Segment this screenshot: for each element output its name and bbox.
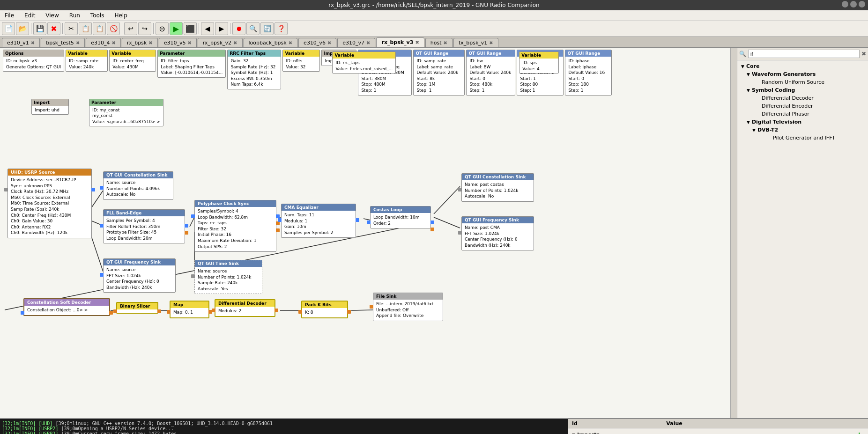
stop-button[interactable]: ⬛ (184, 22, 197, 35)
help-icon-button[interactable]: ❓ (274, 22, 288, 35)
tab-close-e310-4[interactable]: ✖ (112, 40, 116, 45)
tab-close-e310-v6[interactable]: ✖ (327, 40, 331, 45)
block-qt-freq-sink-1[interactable]: QT GUI Frequency Sink Name: source FFT S… (103, 258, 176, 293)
tree-item-diff-phasor[interactable]: Differential Phasor (750, 110, 866, 118)
tab-close-tx-bpsk-v1[interactable]: ✖ (489, 40, 493, 45)
tab-close-loopback-bpsk[interactable]: ✖ (289, 40, 292, 45)
menu-view[interactable]: View (43, 11, 61, 20)
tree-label-waveform: Waveform Generators (752, 71, 816, 77)
add-import-button[interactable]: + (854, 430, 864, 434)
tab-tx-bpsk-v1[interactable]: tx_bpsk_v1✖ (453, 38, 498, 47)
open-button[interactable]: 📂 (16, 22, 29, 35)
block-var-center-freq[interactable]: Variable ID: center_freq Value: 430M (109, 50, 156, 72)
forward-button[interactable]: ▶ (215, 22, 228, 35)
block-rrc-filter-taps[interactable]: RRC Filter Taps Gain: 32 Sample Rate (Hz… (227, 50, 281, 89)
block-constellation-decoder[interactable]: Constellation Soft Decoder Constellation… (23, 298, 110, 316)
save-button[interactable]: 💾 (33, 22, 46, 35)
tree-header-core[interactable]: ▼ Core (739, 62, 866, 70)
block-qt-freq-sink-2[interactable]: QT GUI Frequency Sink Name: post CMA FFT… (461, 216, 534, 250)
tab-close-e310-v5[interactable]: ✖ (187, 40, 191, 45)
menu-tools[interactable]: Tools (88, 11, 107, 20)
back-button[interactable]: ◀ (201, 22, 214, 35)
search-input[interactable] (748, 50, 860, 58)
record-button[interactable]: ⏺ (232, 22, 245, 35)
block-fll-band-edge[interactable]: FLL Band-Edge Samples Per Symbol: 4 Filt… (103, 209, 185, 243)
copy-button[interactable]: 📋 (79, 22, 92, 35)
tab-e310-v1[interactable]: e310_v1✖ (2, 38, 40, 47)
tab-close-rx-bpsk-v2[interactable]: ✖ (233, 40, 237, 45)
new-button[interactable]: 📄 (2, 22, 15, 35)
tree-header-waveform[interactable]: ▼ Waveform Generators (745, 70, 866, 78)
block-qt-constellation-2[interactable]: QT GUI Constellation Sink Name: post cos… (461, 173, 534, 202)
block-polyphase-clock-sync[interactable]: Polyphase Clock Sync Samples/Symbol: 4 L… (194, 200, 276, 252)
block-binary-slicer[interactable]: Binary Slicer (116, 302, 158, 314)
tab-e310-v6[interactable]: e310_v6✖ (298, 38, 336, 47)
block-options[interactable]: Options ID: rx_bpsk_v3 Generate Options:… (3, 50, 64, 72)
close-file-button[interactable]: ✖ (47, 22, 60, 35)
block-qt-time-sink[interactable]: QT GUI Time Sink Name: source Number of … (194, 260, 262, 294)
block-map[interactable]: Map Map: 0, 1 (170, 301, 209, 318)
tree-item-pilot-gen[interactable]: Pilot Generator and IFFT (762, 134, 866, 142)
close-button[interactable] (859, 1, 865, 7)
cut-button[interactable]: ✂ (65, 22, 78, 35)
block-qt-range-iphase[interactable]: QT GUI Range ID: iphase Label: iphase De… (565, 50, 612, 96)
tab-e310-v5[interactable]: e310_v5✖ (159, 38, 197, 47)
tab-rx-bpsk-v2[interactable]: rx_bpsk_v2✖ (198, 38, 243, 47)
block-qt-range-bw[interactable]: QT GUI Range ID: bw Label: BW Default Va… (466, 50, 515, 96)
block-costas-loop[interactable]: Costas Loop Loop Bandwidth: 10m Order: 2 (370, 206, 431, 228)
block-param-filter-taps[interactable]: Parameter ID: filter_taps Label: Shaping… (157, 50, 226, 78)
menu-run[interactable]: Run (67, 11, 83, 20)
tab-bpsk-test5[interactable]: bpsk_test5✖ (41, 38, 85, 47)
minimize-button[interactable] (842, 1, 848, 7)
paste-button[interactable]: 📋 (93, 22, 106, 35)
tree-item-diff-decoder[interactable]: Differential Decoder (750, 94, 866, 102)
block-pack-k-bits[interactable]: Pack K Bits K: 8 (301, 301, 348, 318)
menu-file[interactable]: File (2, 11, 17, 20)
block-var-nflts[interactable]: Variable ID: nflts Value: 32 (282, 50, 320, 72)
tab-close-rx-bpsk-v3[interactable]: ✖ (415, 40, 419, 45)
tree-header-digital-tv[interactable]: ▼ Digital Television (745, 118, 866, 126)
tab-host[interactable]: host✖ (425, 38, 453, 47)
tab-e310-4[interactable]: e310_4✖ (86, 38, 121, 47)
delete-button[interactable]: 🚫 (107, 22, 120, 35)
tab-rx-bpsk[interactable]: rx_bpsk✖ (122, 38, 158, 47)
maximize-button[interactable] (850, 1, 857, 7)
block-param-myconst[interactable]: Parameter ID: my_const my_const Value: <… (89, 99, 163, 127)
run-button[interactable]: ▶ (170, 22, 183, 35)
tab-close-host[interactable]: ✖ (444, 40, 447, 45)
menu-help[interactable]: Help (111, 11, 130, 20)
tree-header-symbol[interactable]: ▼ Symbol Coding (745, 86, 866, 94)
block-file-sink[interactable]: File Sink File: ...intern_2019/dat6.txt … (373, 293, 443, 321)
tab-rx-bpsk-v3[interactable]: rx_bpsk_v3✖ (376, 37, 424, 47)
block-var-samp-rate[interactable]: Variable ID: samp_rate Value: 240k (66, 50, 108, 72)
tree-item-diff-encoder[interactable]: Differential Encoder (750, 102, 866, 110)
tree-header-dvbt2[interactable]: ▼ DVB-T2 (750, 126, 866, 134)
tab-close-e310-v7[interactable]: ✖ (366, 40, 370, 45)
flow-graph-canvas[interactable]: Options ID: rx_bpsk_v3 Generate Options:… (0, 48, 737, 418)
tab-e310-v7[interactable]: e310_v7✖ (337, 38, 375, 47)
clear-search-button[interactable]: ✖ (861, 51, 866, 57)
log-panel[interactable]: [32;1m[INFO] [UHD] [39;0mlinux; GNU C++ … (0, 419, 568, 434)
disable-button[interactable]: ⊖ (156, 22, 169, 35)
tab-close-rx-bpsk[interactable]: ✖ (148, 40, 152, 45)
block-var-sps[interactable]: Variable ID: sps Value: 4 (519, 51, 559, 74)
refresh-button[interactable]: 🔄 (260, 22, 274, 35)
canvas-scrollbar[interactable] (730, 48, 737, 418)
toolbar-sep-3 (122, 23, 122, 34)
tab-close-e310-v1[interactable]: ✖ (31, 40, 35, 45)
block-cma-equalizer[interactable]: CMA Equalizer Num. Taps: 11 Modulus: 1 G… (281, 204, 356, 238)
block-import-uhd[interactable]: Import Import: uhd (31, 99, 69, 115)
block-qt-constellation-1[interactable]: QT GUI Constellation Sink Name: source N… (103, 171, 173, 200)
tree-item-random-uniform[interactable]: Random Uniform Source (750, 78, 866, 86)
undo-button[interactable]: ↩ (124, 22, 137, 35)
block-usrp-source[interactable]: UHD: USRP Source Device Address: ser...R… (7, 169, 92, 238)
redo-button[interactable]: ↪ (138, 22, 151, 35)
vars-section-imports[interactable]: ▼ Imports + (570, 429, 866, 434)
block-diff-decoder[interactable]: Differential Decoder Modulus: 2 (215, 299, 275, 317)
search-button[interactable]: 🔍 (246, 22, 260, 35)
tab-close-bpsk-test5[interactable]: ✖ (76, 40, 80, 45)
block-var-rrc[interactable]: Variable ID: rrc_taps Value: firdes.root… (332, 51, 396, 74)
menu-edit[interactable]: Edit (22, 11, 38, 20)
tab-loopback-bpsk[interactable]: loopback_bpsk✖ (244, 38, 298, 47)
block-qt-range-samp[interactable]: QT GUI Range ID: samp_rate Label: samp_r… (413, 50, 465, 96)
